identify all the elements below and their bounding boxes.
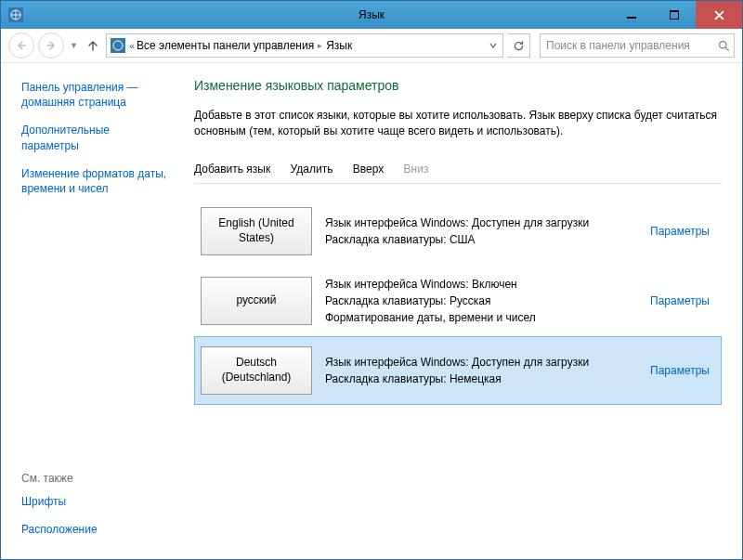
svg-rect-4 [670, 10, 679, 12]
see-also-heading: См. также [21, 472, 168, 485]
address-dropdown[interactable] [486, 39, 501, 52]
navbar: ▼ « Все элементы панели управления ▸ Язы… [1, 29, 742, 63]
language-info-line: Раскладка клавиатуры: Немецкая [325, 371, 637, 387]
minimize-button[interactable] [610, 1, 653, 29]
see-also-section: См. также Шрифты Расположение [21, 472, 168, 550]
maximize-button[interactable] [653, 1, 696, 29]
chevron-right-icon: ▸ [318, 41, 322, 50]
language-info-line: Раскладка клавиатуры: США [325, 231, 637, 248]
sidebar-link-location[interactable]: Расположение [21, 522, 168, 537]
toolbar-move-down: Вниз [404, 163, 429, 176]
chevrons-icon: « [129, 40, 133, 51]
language-info: Язык интерфейса Windows: Доступен для за… [325, 354, 637, 387]
maximize-icon [670, 10, 679, 20]
arrow-up-icon [86, 39, 99, 52]
language-info-line: Форматирование даты, времени и чисел [325, 309, 637, 326]
language-row[interactable]: русскийЯзык интерфейса Windows: ВключенР… [194, 266, 722, 336]
sidebar-link-advanced[interactable]: Дополнительные параметры [21, 123, 168, 152]
toolbar-remove[interactable]: Удалить [291, 163, 333, 176]
refresh-button[interactable] [507, 33, 530, 58]
chevron-down-icon [489, 42, 497, 49]
language-name-box[interactable]: русский [201, 277, 312, 325]
language-info-line: Язык интерфейса Windows: Включен [325, 276, 637, 293]
control-panel-icon [111, 38, 125, 53]
language-info: Язык интерфейса Windows: ВключенРаскладк… [325, 276, 637, 326]
language-info-line: Язык интерфейса Windows: Доступен для за… [325, 354, 637, 371]
sidebar: Панель управления — домашняя страница До… [1, 63, 177, 559]
arrow-left-icon [16, 40, 27, 51]
titlebar: Язык [1, 1, 742, 29]
refresh-icon [513, 40, 525, 52]
language-options-link[interactable]: Параметры [650, 294, 715, 307]
breadcrumb-item[interactable]: Все элементы панели управления [137, 39, 314, 52]
page-heading: Изменение языковых параметров [194, 78, 722, 93]
sidebar-link-home[interactable]: Панель управления — домашняя страница [21, 80, 168, 110]
language-name-box[interactable]: English (United States) [201, 207, 312, 255]
up-button[interactable] [84, 33, 102, 58]
minimize-icon [627, 10, 636, 20]
address-bar[interactable]: « Все элементы панели управления ▸ Язык [106, 33, 503, 58]
page-description: Добавьте в этот список языки, которые вы… [194, 108, 722, 140]
language-row[interactable]: Deutsch (Deutschland)Язык интерфейса Win… [194, 336, 722, 405]
svg-rect-5 [111, 38, 125, 53]
body: Панель управления — домашняя страница До… [1, 63, 742, 559]
toolbar: Добавить язык Удалить Вверх Вниз [194, 157, 722, 184]
arrow-right-icon [46, 40, 57, 51]
sidebar-link-formats[interactable]: Изменение форматов даты, времени и чисел [21, 166, 168, 196]
language-info-line: Раскладка клавиатуры: Русская [325, 293, 637, 309]
language-info-line: Язык интерфейса Windows: Доступен для за… [325, 215, 637, 231]
sidebar-link-fonts[interactable]: Шрифты [21, 494, 168, 509]
toolbar-move-up[interactable]: Вверх [353, 163, 384, 176]
window: Язык ▼ « Все эле [0, 0, 743, 560]
app-icon [8, 7, 23, 22]
history-dropdown[interactable]: ▼ [68, 41, 80, 50]
breadcrumb-item[interactable]: Язык [326, 39, 352, 52]
language-info: Язык интерфейса Windows: Доступен для за… [325, 215, 637, 248]
search-box[interactable] [540, 33, 735, 58]
language-name-box[interactable]: Deutsch (Deutschland) [201, 346, 312, 395]
main-content: Изменение языковых параметров Добавьте в… [177, 63, 742, 559]
close-button[interactable] [696, 1, 742, 29]
svg-rect-2 [627, 17, 636, 19]
language-list: English (United States)Язык интерфейса W… [194, 197, 722, 405]
language-options-link[interactable]: Параметры [650, 364, 715, 377]
language-row[interactable]: English (United States)Язык интерфейса W… [194, 197, 722, 266]
search-icon [718, 40, 730, 52]
close-icon [714, 10, 724, 20]
back-button[interactable] [8, 33, 34, 59]
search-input[interactable] [544, 38, 718, 53]
language-options-link[interactable]: Параметры [650, 225, 715, 238]
window-buttons [610, 1, 742, 29]
toolbar-add-language[interactable]: Добавить язык [194, 163, 270, 176]
forward-button[interactable] [38, 33, 64, 59]
